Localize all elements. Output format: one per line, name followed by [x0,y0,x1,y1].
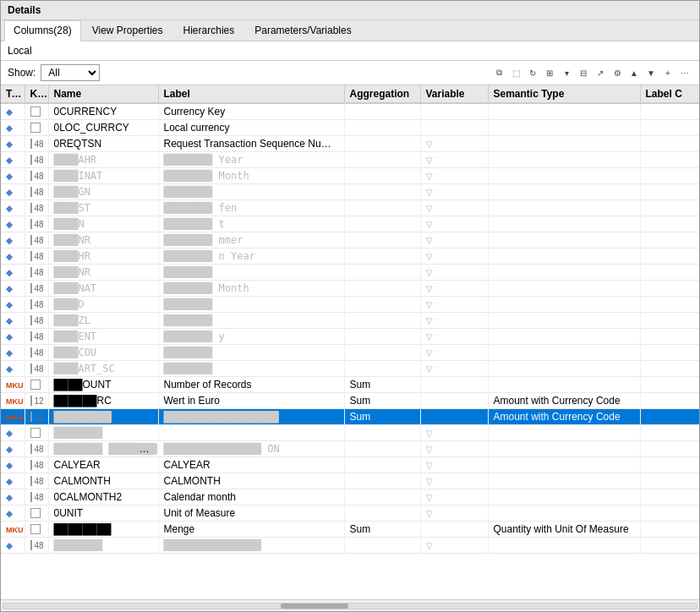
key-checkbox[interactable] [30,219,32,229]
add-icon[interactable]: + [660,65,675,80]
tab-columns[interactable]: Columns(28) [4,20,81,41]
table-row[interactable]: ◆████████▽ [1,425,699,441]
key-checkbox[interactable] [30,171,32,181]
table-row[interactable]: ◆0UNITUnit of Measure▽ [1,505,699,522]
tab-params[interactable]: Parameters/Variables [245,20,361,41]
show-select[interactable]: AllDimensionsMeasuresKeys [41,64,100,81]
key-checkbox[interactable] [30,155,32,165]
table-row[interactable]: ◆48████ART_SC████████▽ [1,361,699,377]
key-checkbox[interactable] [30,331,32,342]
col-header-aggregation[interactable]: Aggregation [344,85,420,103]
cell-label: ████████ [158,345,344,361]
settings-icon[interactable]: ⚙ [610,65,625,80]
table-row[interactable]: ◆48████████ ████████████████████████ ON▽ [1,441,699,457]
table-row[interactable]: ◆48████COU████████▽ [1,345,699,361]
table-row[interactable]: ◆48████INAT████████ Month▽ [1,168,699,184]
col-header-name[interactable]: Name [48,85,158,103]
cell-name: ████ZL [48,313,158,329]
key-checkbox[interactable] [30,412,32,422]
col-header-variable[interactable]: Variable [420,85,488,103]
table-row[interactable]: ◆48████AHR████████ Year▽ [1,152,699,168]
down-icon[interactable]: ▼ [643,65,659,80]
up-icon[interactable]: ▲ [626,65,642,80]
key-checkbox[interactable] [30,139,32,149]
cell-label: Request Transaction Sequence Number [158,136,344,152]
cell-key: 48 [25,473,48,489]
key-checkbox[interactable] [30,540,32,550]
filter-icon[interactable]: ⊟ [576,65,591,80]
col-header-type[interactable]: Type [1,85,25,103]
table-row[interactable]: ◆48████ST████████ fen▽ [1,200,699,216]
cell-semantic-type [488,281,640,297]
table-row[interactable]: MKU████████MengeSumQuantity with Unit Of… [1,522,699,538]
table-row[interactable]: MKU12████████████████████████SumAmount w… [1,409,699,425]
table-row[interactable]: MKU12██████RCWert in EuroSumAmount with … [1,393,699,409]
key-checkbox[interactable] [30,460,32,470]
key-checkbox[interactable] [30,123,41,133]
table-row[interactable]: ◆480CALMONTH2Calendar month▽ [1,489,699,505]
horizontal-scrollbar[interactable] [1,599,699,611]
table-row[interactable]: ◆48████HR████████ n Year▽ [1,249,699,265]
table-row[interactable]: MKU████OUNTNumber of RecordsSum [1,377,699,393]
col-header-label[interactable]: Label [158,85,344,103]
key-checkbox[interactable] [30,444,32,454]
table-row[interactable]: ◆480REQTSNRequest Transaction Sequence N… [1,136,699,152]
cell-label: ████████████████ [158,538,344,554]
key-checkbox[interactable] [30,492,32,502]
key-checkbox[interactable] [30,235,32,245]
key-checkbox[interactable] [30,315,32,325]
cell-label-c [640,393,699,409]
col-header-semantic-type[interactable]: Semantic Type [488,85,640,103]
key-checkbox[interactable] [30,396,32,406]
refresh-icon[interactable]: ↻ [525,65,540,80]
key-checkbox[interactable] [30,283,32,293]
key-checkbox[interactable] [30,363,32,374]
table-row[interactable]: ◆0LOC_CURRCYLocal currency [1,120,699,136]
cell-aggregation [344,489,420,505]
variable-filter-icon: ▽ [426,252,433,261]
cell-label: ████████ n Year [158,249,344,265]
key-checkbox[interactable] [30,251,32,261]
more-icon[interactable]: ⋯ [677,65,692,80]
table-row[interactable]: ◆48████NR████████ mmer▽ [1,232,699,249]
cell-semantic-type [488,200,640,216]
paste-icon[interactable]: ⬚ [508,65,523,80]
dropdown-icon[interactable]: ▾ [559,65,574,80]
key-checkbox[interactable] [30,347,32,358]
tab-view-props[interactable]: View Properties [83,20,172,41]
key-checkbox[interactable] [30,203,32,213]
key-checkbox[interactable] [30,428,41,438]
table-row[interactable]: ◆48████NR████████▽ [1,265,699,281]
table-row[interactable]: ◆48████ENT████████ y▽ [1,329,699,345]
key-checkbox[interactable] [30,107,41,117]
key-checkbox[interactable] [30,476,32,486]
key-checkbox[interactable] [30,524,41,534]
key-checkbox[interactable] [30,508,41,518]
col-header-label-c[interactable]: Label C [640,85,699,103]
key-checkbox[interactable] [30,267,32,277]
table-row[interactable]: ◆48████NAT████████ Month▽ [1,281,699,297]
scrollbar-track[interactable] [3,603,697,609]
key-checkbox[interactable] [30,299,32,309]
table-row[interactable]: ◆48████N████████ t▽ [1,216,699,232]
key-checkbox[interactable] [30,380,41,390]
export-icon[interactable]: ↗ [593,65,608,80]
table-row[interactable]: ◆48CALMONTHCALMONTH▽ [1,473,699,489]
table-row[interactable]: ◆48████████████████████████▽ [1,538,699,554]
key-checkbox[interactable] [30,187,32,197]
table-row[interactable]: ◆48████ZL████████▽ [1,313,699,329]
table-row[interactable]: ◆0CURRENCYCurrency Key [1,103,699,120]
variable-filter-icon: ▽ [426,477,433,486]
table-row[interactable]: ◆48CALYEARCALYEAR▽ [1,457,699,473]
col-header-key[interactable]: Key [25,85,48,103]
tabs-bar: Columns(28)View PropertiesHierarchiesPar… [1,20,699,41]
cell-aggregation [344,425,420,441]
grid-icon[interactable]: ⊞ [542,65,557,80]
tab-hierarchies[interactable]: Hierarchies [174,20,244,41]
copy-icon[interactable]: ⧉ [491,65,506,80]
cell-semantic-type [488,168,640,184]
cell-variable: ▽ [420,168,488,184]
table-row[interactable]: ◆48████D████████▽ [1,297,699,313]
table-row[interactable]: ◆48████GN████████▽ [1,184,699,200]
scrollbar-thumb[interactable] [281,604,348,609]
